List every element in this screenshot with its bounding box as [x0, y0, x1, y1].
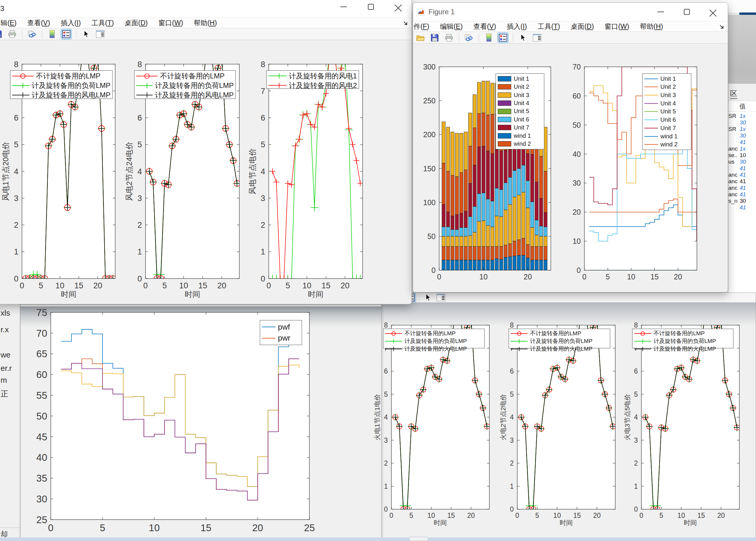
figure1-titlebar[interactable]: Figure 1: [413, 3, 728, 21]
legend-icon[interactable]: [61, 29, 71, 39]
minimize-button[interactable]: [652, 5, 669, 18]
file-item[interactable]: er.r: [1, 364, 12, 373]
workspace-row[interactable]: anc...41: [728, 191, 756, 198]
svg-text:6: 6: [510, 367, 514, 375]
legend-icon[interactable]: [498, 33, 508, 42]
svg-text:20: 20: [93, 281, 102, 290]
inspector-icon[interactable]: [532, 33, 542, 42]
legend-units-lines[interactable]: Unit 1Unit 2Unit 3Unit 4Unit 5Unit 6Unit…: [642, 73, 691, 150]
menu-item[interactable]: 窗口(W): [158, 18, 183, 28]
legend-fire3[interactable]: 不计旋转备用的LMP计及旋转备用的负荷LMP计及旋转备用的火电LMP: [632, 329, 733, 348]
workspace-value-header[interactable]: 值: [728, 101, 756, 112]
legend-units-bars[interactable]: Unit 1Unit 2Unit 3Unit 4Unit 5Unit 6Unit…: [496, 73, 544, 149]
legend-fire1[interactable]: 不计旋转备用的LMP计及旋转备用的负荷LMP计及旋转备用的火电LMP: [383, 329, 485, 348]
minimize-icon: [340, 7, 347, 7]
inspector-icon[interactable]: [95, 29, 106, 39]
menu-item[interactable]: 查看(V): [473, 22, 496, 31]
menu-item[interactable]: 桌面(D): [125, 18, 148, 28]
print-icon[interactable]: [444, 33, 454, 42]
open-icon[interactable]: [415, 33, 426, 42]
svg-text:火电1节点1电价: 火电1节点1电价: [374, 394, 381, 440]
workspace-row[interactable]: 30: [728, 119, 756, 126]
svg-text:10: 10: [479, 272, 488, 281]
workspace-row[interactable]: 41: [728, 139, 756, 146]
workspace-row[interactable]: 41: [728, 204, 756, 211]
maximize-button[interactable]: [678, 5, 695, 18]
workspace-row[interactable]: ance1x: [728, 146, 756, 152]
link-icon[interactable]: [464, 33, 474, 42]
workspace-row[interactable]: anc...41: [728, 172, 756, 178]
menu-item[interactable]: 工具(T): [92, 18, 114, 28]
dock-arrow-icon[interactable]: [403, 21, 409, 26]
workspace-row[interactable]: 41: [728, 165, 756, 172]
svg-text:4: 4: [510, 413, 514, 421]
save-icon[interactable]: [0, 29, 3, 39]
menu-item[interactable]: 帮助(H): [640, 22, 663, 31]
workspace-tab-label[interactable]: 区: [730, 89, 737, 99]
svg-text:0: 0: [143, 281, 148, 290]
menu-item[interactable]: 窗口(W): [604, 22, 629, 31]
legend-entry: 不计旋转备用的LMP: [12, 71, 111, 81]
file-item[interactable]: we: [1, 350, 10, 359]
legend-entry: wind 1: [498, 132, 542, 140]
legend-fire2[interactable]: 不计旋转备用的LMP计及旋转备用的负荷LMP计及旋转备用的火电LMP: [509, 329, 610, 348]
file-item[interactable]: r.x: [1, 325, 9, 334]
workspace-row[interactable]: anc...41: [728, 185, 756, 191]
svg-text:6: 6: [14, 113, 18, 122]
legend-entry: 不计旋转备用的LMP: [511, 329, 608, 337]
svg-text:2: 2: [384, 459, 388, 467]
legend-wind-nodes[interactable]: 计及旋转备用的风电1计及旋转备用的风电2: [266, 70, 359, 89]
menu-item[interactable]: 插入(I): [61, 18, 81, 28]
cursor-icon[interactable]: [518, 33, 528, 42]
legend-wind1-node20[interactable]: 不计旋转备用的LMP计及旋转备用的负荷LMP计及旋转备用的风电LMP: [10, 70, 113, 99]
menu-item[interactable]: 工具(T): [538, 22, 560, 31]
legend-wind2-node24[interactable]: 不计旋转备用的LMP计及旋转备用的负荷LMP计及旋转备用的风电LMP: [134, 70, 236, 99]
svg-text:4: 4: [634, 413, 638, 421]
svg-text:8: 8: [510, 321, 514, 329]
dock-arrow-icon[interactable]: [719, 24, 725, 30]
menu-item[interactable]: 辑(E): [1, 18, 17, 28]
colorbar-icon[interactable]: [47, 29, 57, 39]
inspector-icon[interactable]: [436, 293, 446, 302]
file-item[interactable]: xls: [1, 308, 10, 318]
workspace-row[interactable]: se...10: [728, 152, 756, 159]
chart-fire2-node2-lmp: 05101520012345678时间火电2节点2电价: [517, 325, 615, 509]
cursor-icon[interactable]: [81, 29, 91, 39]
menu-item[interactable]: 桌面(D): [571, 22, 594, 31]
bottom-taskbar-chip[interactable]: [409, 537, 429, 541]
menu-item[interactable]: 件(F): [414, 22, 429, 31]
close-button[interactable]: [390, 0, 407, 13]
svg-text:0: 0: [516, 512, 519, 519]
workspace-row[interactable]: SR1x: [728, 113, 756, 119]
figure3-titlebar[interactable]: 3: [0, 0, 412, 18]
maximize-button[interactable]: [362, 0, 379, 13]
link-icon[interactable]: [27, 29, 37, 39]
workspace-row[interactable]: 30: [728, 133, 756, 139]
workspace-row[interactable]: SR1x: [728, 126, 756, 133]
close-button[interactable]: [705, 5, 721, 18]
workspace-row[interactable]: s_n...30: [728, 198, 756, 204]
legend-entry: Unit 1: [498, 75, 542, 83]
print-icon[interactable]: [7, 29, 17, 39]
svg-text:1: 1: [261, 247, 265, 256]
close-icon: [709, 8, 716, 15]
minimize-button[interactable]: [335, 0, 352, 13]
file-item[interactable]: 正: [1, 389, 8, 399]
legend-entry: 计及旋转备用的风电2: [268, 81, 357, 90]
menu-item[interactable]: 查看(V): [27, 18, 50, 28]
menu-item[interactable]: 插入(I): [507, 22, 527, 31]
svg-text:60: 60: [572, 92, 581, 100]
svg-text:4: 4: [138, 167, 142, 176]
menu-item[interactable]: 编辑(E): [440, 22, 463, 31]
svg-text:10: 10: [149, 522, 160, 533]
workspace-row[interactable]: us30: [728, 159, 756, 165]
colorbar-icon[interactable]: [484, 33, 494, 42]
workspace-tab-row[interactable]: 区: [728, 84, 756, 101]
menu-item[interactable]: 帮助(H): [194, 18, 217, 28]
cursor-icon[interactable]: [423, 293, 433, 302]
legend-pw[interactable]: pwfpwr: [260, 320, 302, 345]
workspace-row[interactable]: anc...41: [728, 178, 756, 185]
save-icon[interactable]: [430, 33, 440, 42]
legend-entry: Unit 2: [498, 83, 542, 91]
file-item[interactable]: m: [1, 376, 7, 385]
